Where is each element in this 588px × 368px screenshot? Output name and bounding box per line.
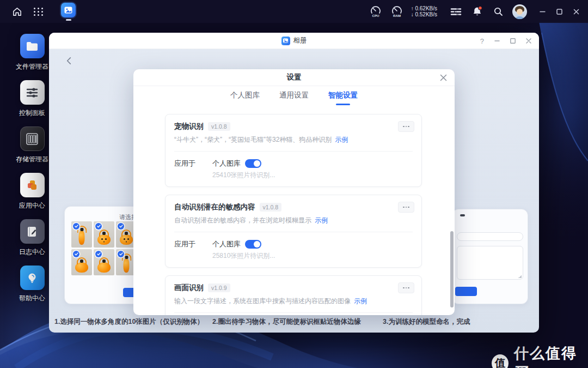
check-icon (118, 223, 124, 230)
back-button[interactable] (65, 57, 72, 67)
window-minimize-button[interactable] (494, 38, 500, 44)
divider (174, 232, 413, 232)
sidebar-item-log-center[interactable]: 日志中心 (19, 219, 45, 257)
svg-text:CPU: CPU (372, 14, 379, 17)
card-description: 输入一段文字描述，系统在图库中搜索与描述内容匹配的图像 (174, 297, 351, 305)
settings-tabs: 个人图库 通用设置 智能设置 (133, 91, 455, 105)
apply-to-label: 应用于 (174, 239, 212, 249)
download-speed: ↓ 0.52KB/s (411, 11, 437, 17)
sidebar-item-help-center[interactable]: 帮助中心 (19, 266, 45, 303)
form-submit-button[interactable] (455, 287, 477, 296)
model-name-input[interactable] (457, 232, 523, 241)
help-center-icon (20, 266, 45, 290)
desktop-close-button[interactable] (573, 9, 579, 15)
photo-thumbnail[interactable] (94, 221, 114, 248)
sidebar-item-storage-manager[interactable]: 存储管理器 (16, 126, 48, 164)
card-description: 自动识别潜在的敏感内容，并在浏览时模糊显示 (174, 216, 311, 224)
target-label: 个人图库 (212, 239, 241, 249)
app-center-icon (20, 173, 45, 197)
sidebar-item-control-panel[interactable]: 控制面板 (19, 80, 45, 118)
setting-card-pet-recognition: 宠物识别 v1.0.8 “斗牛犬”，“柴犬”，“英国短毛猫”等32种猫、狗品种识… (165, 114, 422, 187)
more-options-button[interactable] (398, 282, 414, 293)
ram-monitor-icon[interactable]: RAM (390, 4, 404, 19)
modal-title: 设置 (287, 73, 302, 82)
photo-thumbnail[interactable] (94, 249, 114, 275)
apply-to-label: 应用于 (174, 159, 212, 168)
example-link[interactable]: 示例 (354, 297, 367, 305)
active-app-indicator (66, 19, 71, 21)
desktop-minimize-button[interactable] (540, 9, 546, 15)
check-icon (73, 223, 79, 230)
window-titlebar[interactable]: 相册 ? (49, 33, 539, 49)
form-label-fragment (460, 214, 465, 216)
watermark-text: 什么值得买 (514, 343, 588, 368)
app-grid-icon[interactable] (32, 4, 46, 19)
storage-manager-icon (20, 126, 45, 151)
smzdm-watermark: 值 什么值得买 (492, 343, 588, 368)
desktop-maximize-button[interactable] (556, 9, 562, 15)
task-list-icon[interactable] (449, 4, 463, 19)
sidebar-item-app-center[interactable]: 应用中心 (19, 173, 45, 210)
modal-scrollbar-thumb[interactable] (450, 231, 454, 307)
check-icon (118, 251, 124, 257)
taskbar: CPU RAM ↑ 0.62KB/s ↓ 0.52KB/s (0, 0, 588, 23)
version-badge: v1.0.8 (208, 122, 230, 131)
window-title-icon (281, 37, 290, 45)
home-icon[interactable] (10, 4, 24, 19)
sidebar-item-label: 存储管理器 (16, 155, 48, 164)
notification-bell-icon[interactable] (470, 4, 484, 19)
divider (174, 312, 413, 313)
control-panel-icon (20, 80, 45, 105)
upload-speed: ↑ 0.62KB/s (411, 5, 437, 11)
step-caption-2: 2.圈出待学习物体，尽可能使标识框贴近物体边缘 (212, 317, 361, 327)
log-center-icon (20, 219, 45, 244)
personal-gallery-toggle[interactable] (245, 240, 261, 249)
file-manager-icon (20, 34, 45, 58)
user-avatar[interactable] (512, 4, 527, 19)
sidebar-item-label: 应用中心 (19, 201, 45, 210)
version-badge: v1.0.9 (208, 283, 230, 292)
more-options-button[interactable] (398, 202, 414, 213)
network-speed[interactable]: ↑ 0.62KB/s ↓ 0.52KB/s (411, 5, 437, 17)
modal-header: 设置 (133, 69, 455, 86)
search-icon[interactable] (491, 4, 505, 19)
settings-modal: 设置 个人图库 通用设置 智能设置 宠物识别 v1.0.8 “斗牛犬”，“柴犬”… (133, 69, 455, 315)
cpu-monitor-icon[interactable]: CPU (369, 4, 383, 19)
photo-thumbnail[interactable] (71, 221, 92, 248)
card-description: “斗牛犬”，“柴犬”，“英国短毛猫”等32种猫、狗品种识别 (174, 136, 332, 143)
check-icon (95, 223, 102, 230)
check-icon (73, 251, 79, 257)
check-icon (95, 251, 102, 257)
photo-thumbnail[interactable] (71, 249, 92, 275)
album-app-icon (61, 3, 76, 17)
sidebar-item-label: 控制面板 (19, 108, 45, 118)
example-link[interactable]: 示例 (335, 136, 348, 143)
window-maximize-button[interactable] (510, 38, 516, 44)
window-help-button[interactable]: ? (480, 37, 484, 45)
tab-general-settings[interactable]: 通用设置 (279, 91, 309, 105)
tab-smart-settings[interactable]: 智能设置 (328, 91, 358, 105)
card-title: 画面识别 (174, 283, 204, 293)
sidebar-item-file-manager[interactable]: 文件管理器 (16, 34, 48, 71)
divider (174, 151, 413, 152)
model-naming-panel (452, 209, 528, 304)
taskbar-album-app[interactable] (61, 3, 76, 21)
smzdm-logo: 值 (492, 354, 509, 368)
model-description-textarea[interactable] (457, 246, 523, 280)
card-title: 宠物识别 (174, 122, 204, 131)
setting-card-scene-recognition: 画面识别 v1.0.9 输入一段文字描述，系统在图库中搜索与描述内容匹配的图像示… (165, 275, 422, 315)
recognition-status: 25410张照片待识别... (212, 171, 275, 180)
example-link[interactable]: 示例 (315, 216, 328, 224)
window-title: 相册 (293, 36, 307, 45)
window-close-button[interactable] (526, 38, 531, 44)
step-caption-3: 3.为训练好的模型命名，完成 (383, 317, 470, 327)
sidebar-item-label: 帮助中心 (19, 294, 45, 303)
more-options-button[interactable] (398, 121, 414, 132)
sidebar-item-label: 文件管理器 (16, 62, 48, 71)
step-caption-1: 1.选择同一物体多角度的10张图片（仅识别物体） (54, 317, 204, 327)
personal-gallery-toggle[interactable] (245, 159, 261, 168)
tab-personal-gallery[interactable]: 个人图库 (230, 91, 260, 105)
desktop-shortcuts: 文件管理器 控制面板 存储管理器 (16, 34, 48, 312)
modal-close-icon[interactable] (440, 74, 447, 83)
setting-card-sensitive-content: 自动识别潜在的敏感内容 v1.0.8 自动识别潜在的敏感内容，并在浏览时模糊显示… (165, 195, 422, 268)
